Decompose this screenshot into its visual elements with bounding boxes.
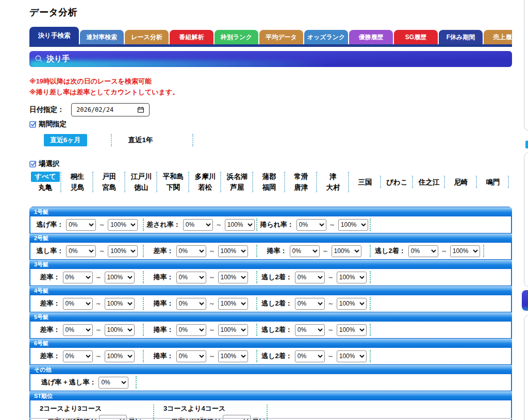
venue-cell[interactable]: 唐津 xyxy=(285,182,317,193)
rate-min-select[interactable]: 0% xyxy=(295,272,325,283)
rate-max-select[interactable]: 100% xyxy=(105,324,135,336)
rate-min-select[interactable]: 0% xyxy=(63,324,93,336)
rate-max-select[interactable]: 100% xyxy=(218,324,248,336)
venue-cell[interactable]: 多摩川 xyxy=(189,171,221,182)
rate-min-select[interactable]: 0% xyxy=(63,298,93,310)
tab-7[interactable]: オッズランク xyxy=(304,30,348,44)
venue-cell[interactable]: 丸亀 xyxy=(29,182,61,193)
rate-max-select[interactable]: 100% xyxy=(338,219,368,231)
tab-8[interactable]: 優勝履歴 xyxy=(349,30,393,44)
tab-6[interactable]: 平均データ xyxy=(259,30,303,44)
rate-max-select[interactable]: 100% xyxy=(108,219,138,231)
venue-cell[interactable]: 江戸川 xyxy=(125,171,157,182)
rate-max-select[interactable]: 100% xyxy=(332,245,361,257)
rate-max-select[interactable]: 100% xyxy=(105,272,135,283)
rate-max-select[interactable]: 100% xyxy=(108,245,138,257)
tab-5[interactable]: 枠別ランク xyxy=(214,30,258,44)
venue-cell[interactable]: 津 xyxy=(317,171,349,182)
tab-11[interactable]: 売上履歴 xyxy=(484,30,512,44)
venue-cell[interactable]: 下関 xyxy=(157,182,189,193)
venue-cell[interactable]: 桐生 xyxy=(61,171,93,182)
range-tilde: ～ xyxy=(95,351,102,361)
venue-cell[interactable]: 大村 xyxy=(317,182,349,193)
rate-filter-group: 捲られ率：0%～100% xyxy=(257,216,371,233)
venue-cell[interactable]: 芦屋 xyxy=(221,182,253,193)
tab-4[interactable]: 番組解析 xyxy=(170,30,213,44)
rate-filter-group: 差され率：0%～100% xyxy=(144,216,257,233)
rate-label: 捲率： xyxy=(267,246,287,256)
venue-cell[interactable]: 住之江 xyxy=(413,177,445,188)
period-button-0[interactable]: 直近6ヶ月 xyxy=(44,134,87,146)
rate-min-select[interactable]: 0% xyxy=(183,219,213,231)
note-line: ※捲り差し率は差率としてカウントしています。 xyxy=(29,87,512,97)
rate-max-select[interactable]: 100% xyxy=(105,298,135,310)
rate-min-select[interactable]: 0% xyxy=(63,272,93,283)
rate-max-select[interactable]: 100% xyxy=(337,324,367,336)
venue-cell[interactable]: 宮島 xyxy=(93,182,125,193)
rate-max-select[interactable]: 100% xyxy=(450,245,480,257)
venue-cell[interactable]: 福岡 xyxy=(253,182,285,193)
venue-cell[interactable]: 蒲郡 xyxy=(253,171,285,182)
tab-1[interactable]: 決り手検索 xyxy=(29,27,79,44)
venue-cell[interactable]: 三国 xyxy=(349,177,381,188)
rate-max-select[interactable]: 100% xyxy=(225,219,255,231)
venue-cell[interactable]: 徳山 xyxy=(125,182,157,193)
checkbox-checked-icon[interactable] xyxy=(29,160,37,168)
filter-row: 逃げ率：0%～100%差され率：0%～100%捲られ率：0%～100% xyxy=(30,216,511,233)
rate-max-select[interactable]: 100% xyxy=(337,298,367,310)
rate-min-select[interactable]: 0% xyxy=(295,298,325,310)
date-input[interactable]: 2026/02/24 xyxy=(71,103,150,116)
date-row: 日付指定： 2026/02/24 xyxy=(29,103,512,116)
rate-max-select[interactable]: 100% xyxy=(218,350,248,362)
rate-min-select[interactable]: 0% xyxy=(63,350,93,362)
section-header-label: 6号艇 xyxy=(34,340,48,347)
venue-cell[interactable]: 児島 xyxy=(61,182,93,193)
rate-label: 逃し2着： xyxy=(261,351,292,361)
venue-cell[interactable]: 浜名湖 xyxy=(221,171,253,182)
tab-2[interactable]: 連対率検索 xyxy=(80,30,124,44)
rate-max-select[interactable]: 100% xyxy=(337,272,367,283)
st-rank-select[interactable]: - xyxy=(99,415,127,420)
rate-min-select[interactable]: 0% xyxy=(295,350,325,362)
dotted-separator xyxy=(370,219,371,231)
rate-min-select[interactable]: 0% xyxy=(295,324,325,336)
rate-min-select[interactable]: 0% xyxy=(290,245,320,257)
rate-min-select[interactable]: 0% xyxy=(176,350,206,362)
dotted-separator xyxy=(483,245,484,257)
st-rank-select[interactable]: - xyxy=(223,415,251,420)
venue-cell[interactable]: びわこ xyxy=(381,177,413,188)
venue-cell[interactable]: 平和島 xyxy=(157,171,189,182)
venue-cell[interactable]: 若松 xyxy=(189,182,221,193)
rate-filter-group: 差率：0%～100% xyxy=(144,243,257,259)
rate-min-select[interactable]: 0% xyxy=(176,245,206,257)
rate-min-select[interactable]: 0% xyxy=(176,324,206,336)
rate-min-select[interactable]: 0% xyxy=(66,219,96,231)
tab-10[interactable]: F休み期間 xyxy=(439,30,483,44)
filter-row: 逃し率：0%～100%差率：0%～100%捲率：0%～100%逃し2着：0%～1… xyxy=(30,243,511,259)
venue-cell[interactable]: 鳴門 xyxy=(477,177,509,188)
rate-min-select[interactable]: 0% xyxy=(66,245,96,257)
venue-cell[interactable]: 尼崎 xyxy=(445,177,477,188)
rate-max-select[interactable]: 100% xyxy=(337,350,367,362)
venue-cell-selected[interactable]: すべて xyxy=(31,172,59,182)
venue-cell[interactable]: 戸田 xyxy=(93,171,125,182)
tab-label: オッズランク xyxy=(307,33,345,42)
period-button-1[interactable]: 直近1年 xyxy=(113,136,169,145)
rate-min-select[interactable]: 0% xyxy=(408,245,438,257)
rate-min-select[interactable]: 0% xyxy=(176,298,206,310)
rate-min-select[interactable]: 0% xyxy=(296,219,326,231)
checkbox-checked-icon[interactable] xyxy=(29,121,37,128)
rate-min-select[interactable]: 0% xyxy=(176,272,206,283)
calendar-icon[interactable] xyxy=(137,106,144,113)
rate-max-select[interactable]: 100% xyxy=(218,245,248,257)
st-rank-group: 2コースより3コースの方がST順位が-早い xyxy=(30,400,154,420)
rate-filter-group: 逃し2着：0%～100% xyxy=(371,243,484,259)
rate-select[interactable]: 0% xyxy=(98,377,128,389)
rate-max-select[interactable]: 100% xyxy=(218,298,248,310)
tab-3[interactable]: レース分析 xyxy=(125,30,169,44)
tab-9[interactable]: SG履歴 xyxy=(394,30,438,44)
venue-cell[interactable]: 常滑 xyxy=(285,171,317,182)
rate-max-select[interactable]: 100% xyxy=(105,350,135,362)
rate-label: 捲率： xyxy=(154,299,174,308)
rate-max-select[interactable]: 100% xyxy=(218,272,248,283)
